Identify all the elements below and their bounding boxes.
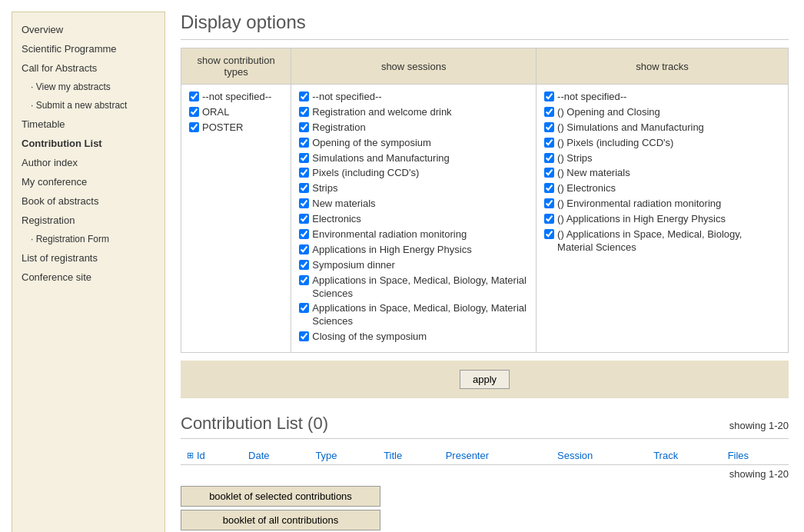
sidebar-item-my-conference[interactable]: My conference — [12, 172, 164, 191]
checkbox-session-input[interactable] — [299, 138, 309, 148]
col-link-type[interactable]: Type — [315, 450, 337, 461]
checkbox-track-label: () Environmental radiation monitoring — [557, 198, 721, 211]
checkbox-session-input[interactable] — [299, 229, 309, 239]
checkbox-track----strips: () Strips — [544, 152, 780, 165]
col-id-link[interactable]: Id — [197, 450, 205, 461]
checkbox-track-input[interactable] — [544, 214, 554, 224]
col-header-title[interactable]: Title — [377, 447, 440, 465]
apply-button[interactable]: apply — [460, 370, 510, 389]
sidebar-item-call-for-abstracts[interactable]: Call for Abstracts — [12, 58, 164, 78]
col-link-presenter[interactable]: Presenter — [446, 450, 489, 461]
col-header-session[interactable]: Session — [551, 447, 647, 465]
checkbox-session-label: Environmental radiation monitoring — [312, 228, 467, 241]
booklet-button-booklet-of-all-contributions[interactable]: booklet of all contributions — [181, 510, 380, 530]
col-link-date[interactable]: Date — [248, 450, 269, 461]
checkbox-track-input[interactable] — [544, 153, 554, 163]
checkbox-session-input[interactable] — [299, 331, 309, 341]
sidebar-item-view-my-abstracts[interactable]: View my abstracts — [12, 78, 164, 96]
col-link-track[interactable]: Track — [653, 450, 678, 461]
sidebar-item-list-of-registrants[interactable]: List of registrants — [12, 248, 164, 268]
col-header-track[interactable]: Track — [647, 447, 722, 465]
checkbox-session-input[interactable] — [299, 122, 309, 132]
checkbox-session-label: Opening of the symposium — [312, 137, 431, 150]
checkbox-track----new-materials: () New materials — [544, 167, 780, 180]
checkbox-type-input[interactable] — [189, 122, 199, 132]
checkbox-track-label: () Strips — [557, 152, 593, 165]
checkbox-session-input[interactable] — [299, 198, 309, 208]
checkbox-session-registration: Registration — [299, 121, 528, 135]
showing-info-top: showing 1-20 — [729, 420, 789, 431]
checkbox-track-input[interactable] — [544, 168, 554, 178]
checkbox-type-input[interactable] — [189, 107, 199, 117]
checkbox-track-label: () Applications in Space, Medical, Biolo… — [557, 228, 780, 254]
checkbox-session-input[interactable] — [299, 91, 309, 101]
checkbox-session-input[interactable] — [299, 214, 309, 224]
sort-icon: ⊞ — [187, 451, 194, 461]
contribution-list-section: Contribution List (0) showing 1-20 — [181, 414, 789, 439]
checkbox-session-label: --not specified-- — [312, 91, 381, 104]
checkbox-type-label: POSTER — [202, 121, 243, 135]
checkbox-track-label: () Pixels (including CCD's) — [557, 137, 673, 150]
sidebar-item-timetable[interactable]: Timetable — [12, 115, 164, 134]
checkbox-track-input[interactable] — [544, 198, 554, 208]
checkbox-session-input[interactable] — [299, 183, 309, 193]
sidebar-item-book-of-abstracts[interactable]: Book of abstracts — [12, 191, 164, 211]
checkbox-track-input[interactable] — [544, 107, 554, 117]
sidebar-item-contribution-list[interactable]: Contribution List — [12, 134, 164, 153]
checkbox-track---not-specified--: --not specified-- — [544, 91, 780, 104]
checkbox-track-input[interactable] — [544, 91, 554, 101]
checkbox-track-input[interactable] — [544, 183, 554, 193]
checkbox-session-electronics: Electronics — [299, 213, 528, 226]
sidebar-item-registration[interactable]: Registration — [12, 211, 164, 230]
checkbox-track-input[interactable] — [544, 138, 554, 148]
col3-header: show tracks — [537, 48, 789, 85]
checkbox-track-label: () Electronics — [557, 182, 616, 195]
checkbox-session-input[interactable] — [299, 168, 309, 178]
checkbox-session-input[interactable] — [299, 303, 309, 313]
col-link-session[interactable]: Session — [557, 450, 593, 461]
col-header-files[interactable]: Files — [722, 447, 789, 465]
booklet-button-booklet-of-selected-contributions[interactable]: booklet of selected contributions — [181, 486, 380, 507]
checkbox-track-label: --not specified-- — [557, 91, 626, 104]
checkbox-session-input[interactable] — [299, 260, 309, 270]
checkbox-track-label: () New materials — [557, 167, 630, 180]
checkbox-session-strips: Strips — [299, 182, 528, 195]
checkbox-session-label: Registration and welcome drink — [312, 106, 451, 119]
sidebar-item-author-index[interactable]: Author index — [12, 153, 164, 172]
checkbox-session-opening-of-the-sympo: Opening of the symposium — [299, 137, 528, 150]
col-header-id[interactable]: ⊞Id — [181, 447, 242, 465]
col-header-type[interactable]: Type — [309, 447, 377, 465]
checkbox-session-registration-and-wel: Registration and welcome drink — [299, 106, 528, 119]
sidebar-item-scientific-programme[interactable]: Scientific Programme — [12, 39, 164, 58]
checkbox-track-input[interactable] — [544, 229, 554, 239]
checkbox-session-label: Closing of the symposium — [312, 331, 427, 344]
sidebar-item-overview[interactable]: Overview — [12, 20, 164, 39]
checkbox-track-input[interactable] — [544, 122, 554, 132]
sidebar-item-conference-site[interactable]: Conference site — [12, 268, 164, 287]
checkbox-type---not-specified--: --not specified-- — [189, 91, 283, 104]
col-header-date[interactable]: Date — [242, 447, 309, 465]
page-title: Display options — [181, 12, 789, 40]
col2-header: show sessions — [291, 48, 537, 85]
checkbox-session-input[interactable] — [299, 275, 309, 285]
sidebar: OverviewScientific ProgrammeCall for Abs… — [12, 12, 165, 532]
checkbox-session-input[interactable] — [299, 107, 309, 117]
checkbox-type-oral: ORAL — [189, 106, 283, 119]
checkbox-type-input[interactable] — [189, 91, 199, 101]
checkbox-session-new-materials: New materials — [299, 198, 528, 211]
col-link-files[interactable]: Files — [728, 450, 749, 461]
col-link-title[interactable]: Title — [384, 450, 402, 461]
col-header-presenter[interactable]: Presenter — [440, 447, 551, 465]
sidebar-item-submit-a-new-abstract[interactable]: Submit a new abstract — [12, 96, 164, 115]
sidebar-item-registration-form[interactable]: Registration Form — [12, 230, 164, 248]
checkbox-session-label: Registration — [312, 121, 365, 135]
checkbox-session-input[interactable] — [299, 153, 309, 163]
checkbox-type-label: --not specified-- — [202, 91, 271, 104]
checkbox-session-environmental-radiat: Environmental radiation monitoring — [299, 228, 528, 241]
checkbox-session-label: Strips — [312, 182, 337, 195]
checkbox-session-simulations-and-manu: Simulations and Manufacturing — [299, 152, 528, 165]
display-options-table: show contribution types show sessions sh… — [181, 48, 789, 353]
checkbox-track----opening-and-closi: () Opening and Closing — [544, 106, 780, 119]
checkbox-session-input[interactable] — [299, 244, 309, 254]
checkbox-session-label: Applications in Space, Medical, Biology,… — [312, 302, 528, 328]
